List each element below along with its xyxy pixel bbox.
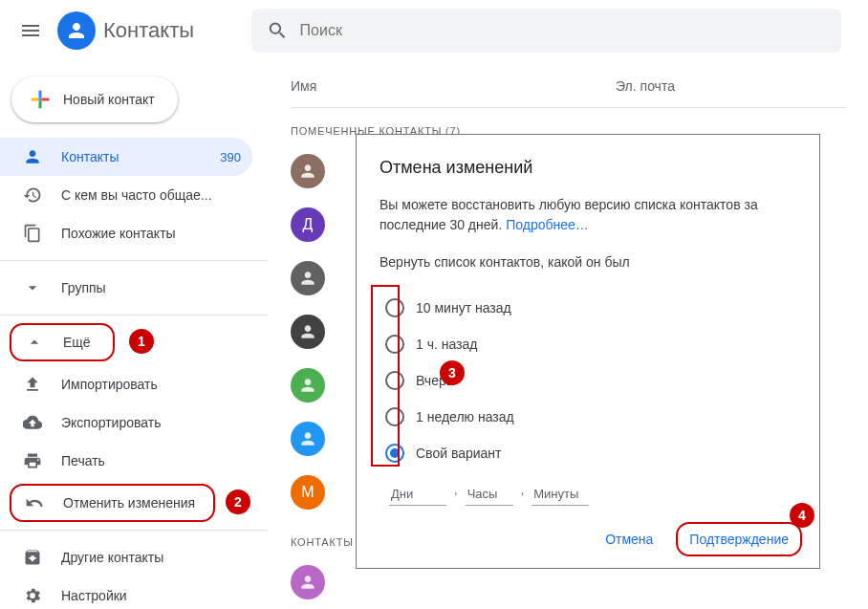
minutes-input[interactable]: Минуты <box>532 483 589 506</box>
callout-badge-2: 2 <box>226 489 250 514</box>
radio-label: Свой вариант <box>416 446 502 461</box>
new-contact-label: Новый контакт <box>63 92 155 107</box>
avatar <box>291 154 325 188</box>
radio-option[interactable]: 10 минут назад <box>385 290 796 326</box>
sidebar: Новый контакт Контакты 390 С кем вы част… <box>0 61 268 609</box>
avatar <box>291 261 325 295</box>
upload-icon <box>23 375 42 394</box>
new-contact-button[interactable]: Новый контакт <box>11 76 178 122</box>
divider <box>0 315 268 315</box>
radio-label: 1 неделю назад <box>416 409 514 424</box>
learn-more-link[interactable]: Подробнее… <box>506 217 589 232</box>
undo-icon <box>25 493 44 512</box>
nav-undo[interactable]: Отменить изменения <box>10 484 215 522</box>
callout-badge-3: 3 <box>440 360 465 385</box>
app-logo <box>57 11 96 50</box>
divider <box>0 530 268 531</box>
radio-option[interactable]: 1 ч. назад <box>385 326 796 362</box>
nav-label: Похожие контакты <box>61 226 176 241</box>
avatar <box>291 315 325 349</box>
app-title: Контакты <box>103 18 194 43</box>
dialog-prompt: Вернуть список контактов, какой он был <box>380 252 796 272</box>
nav-label: Другие контакты <box>61 550 163 565</box>
hamburger-icon <box>19 19 42 42</box>
custom-time-inputs: Дни, Часы, Минуты <box>389 483 796 506</box>
nav-label: С кем вы часто общае... <box>61 187 212 203</box>
chevron-up-icon <box>25 333 44 352</box>
table-header: Имя Эл. почта <box>291 61 845 108</box>
days-input[interactable]: Дни <box>389 483 446 506</box>
avatar <box>291 565 325 599</box>
undo-dialog: Отмена изменений Вы можете восстановить … <box>356 134 820 569</box>
cloud-upload-icon <box>23 413 42 432</box>
dialog-cancel-button[interactable]: Отмена <box>594 524 664 555</box>
nav-print[interactable]: Печать <box>0 442 252 480</box>
nav-other-contacts[interactable]: Другие контакты <box>0 538 252 576</box>
radio-option[interactable]: 1 неделю назад <box>385 399 796 435</box>
archive-icon <box>23 548 42 567</box>
person-icon <box>65 19 88 42</box>
nav-label: Отменить изменения <box>63 495 195 511</box>
nav-label: Экспортировать <box>61 415 161 430</box>
callout-box-3 <box>371 285 400 467</box>
print-icon <box>23 451 42 470</box>
nav-settings[interactable]: Настройки <box>0 576 252 609</box>
dialog-title: Отмена изменений <box>380 158 796 178</box>
hours-input[interactable]: Часы <box>466 483 513 506</box>
divider <box>0 260 268 261</box>
svg-rect-0 <box>38 98 41 100</box>
nav-label: Ещё <box>63 335 91 350</box>
nav-contacts[interactable]: Контакты 390 <box>0 138 252 176</box>
avatar: М <box>291 475 325 510</box>
radio-label: 10 минут назад <box>416 300 511 315</box>
nav-label: Группы <box>61 280 106 295</box>
column-name: Имя <box>291 78 616 94</box>
nav-label: Контакты <box>61 149 119 164</box>
chevron-down-icon <box>23 278 42 297</box>
nav-count: 390 <box>220 150 241 164</box>
dialog-confirm-button[interactable]: Подтверждение <box>676 522 802 556</box>
person-icon <box>23 147 42 166</box>
gear-icon <box>23 586 42 605</box>
callout-badge-1: 1 <box>129 329 154 354</box>
search-icon <box>267 19 289 42</box>
avatar: Д <box>291 207 325 242</box>
avatar <box>291 368 325 402</box>
nav-frequent[interactable]: С кем вы часто общае... <box>0 176 252 214</box>
radio-label: 1 ч. назад <box>416 337 477 352</box>
avatar <box>291 422 325 456</box>
search-bar[interactable] <box>251 9 841 53</box>
nav-groups[interactable]: Группы <box>0 269 252 307</box>
radio-option[interactable]: Свой вариант <box>385 435 796 471</box>
callout-badge-4: 4 <box>790 503 814 528</box>
nav-merge[interactable]: Похожие контакты <box>0 214 252 252</box>
menu-button[interactable] <box>8 8 54 54</box>
header-bar: Контакты <box>0 0 868 61</box>
column-email: Эл. почта <box>616 78 675 94</box>
nav-label: Импортировать <box>61 377 158 392</box>
nav-label: Настройки <box>61 588 127 603</box>
copy-icon <box>23 224 42 243</box>
dialog-body: Вы можете восстановить любую версию спис… <box>380 195 796 235</box>
nav-import[interactable]: Импортировать <box>0 365 252 403</box>
nav-more[interactable]: Ещё <box>10 323 115 361</box>
plus-icon <box>27 86 54 113</box>
history-icon <box>23 185 42 205</box>
search-input[interactable] <box>300 22 826 39</box>
nav-label: Печать <box>61 453 105 468</box>
nav-export[interactable]: Экспортировать <box>0 403 252 442</box>
